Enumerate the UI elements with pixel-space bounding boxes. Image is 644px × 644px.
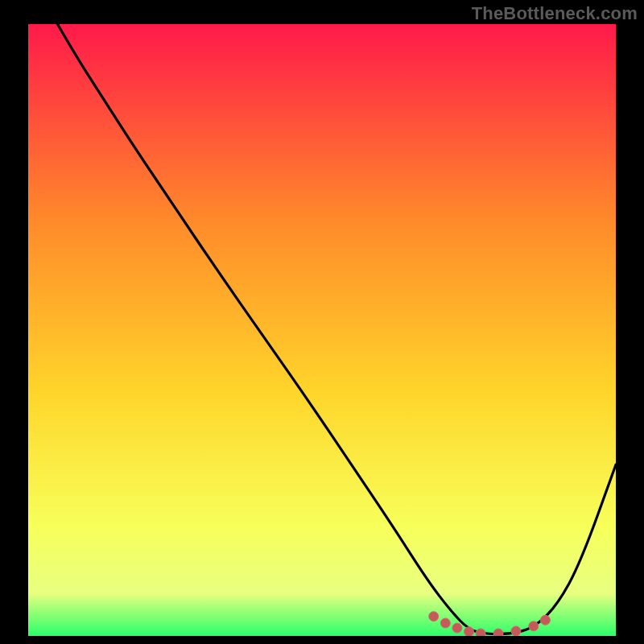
plot-background [28, 24, 616, 636]
marker-point [540, 615, 550, 625]
page-root: TheBottleneck.com [0, 0, 644, 644]
chart-container [28, 24, 616, 636]
marker-point [464, 627, 474, 636]
chart-svg [28, 24, 616, 636]
marker-point [493, 629, 503, 636]
marker-point [476, 629, 485, 636]
marker-point [440, 618, 450, 628]
marker-point [511, 626, 521, 636]
marker-point [429, 612, 439, 621]
marker-point [529, 621, 539, 631]
marker-point [452, 623, 462, 633]
watermark-text: TheBottleneck.com [472, 3, 638, 24]
